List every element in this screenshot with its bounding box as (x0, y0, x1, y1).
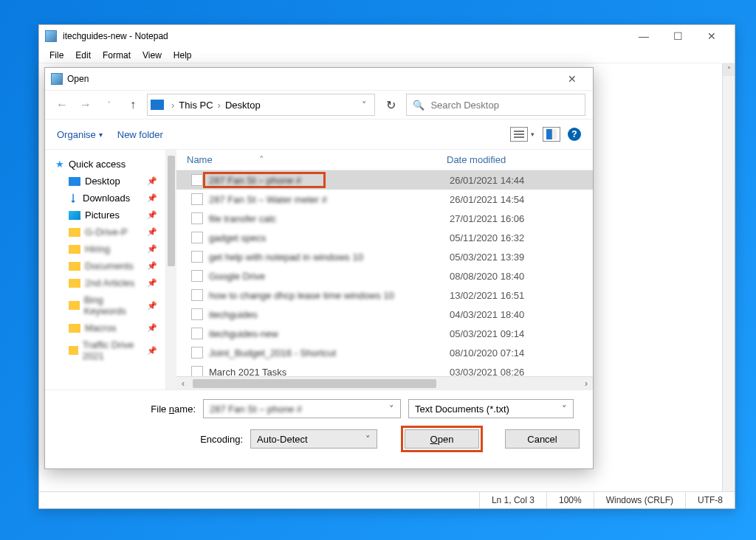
forward-button[interactable]: → (76, 95, 95, 114)
view-mode-button[interactable]: ▾ (510, 127, 528, 142)
pin-icon: 📌 (147, 278, 157, 288)
file-date: 13/02/2021 16:51 (450, 290, 524, 301)
file-row[interactable]: March 2021 Tasks03/03/2021 08:26 (176, 362, 593, 376)
chevron-right-icon: › (168, 100, 177, 111)
folder-icon (69, 346, 78, 355)
sidebar-scrollbar[interactable] (165, 150, 176, 390)
menu-file[interactable]: File (44, 49, 69, 62)
file-date: 26/01/2021 14:44 (450, 175, 524, 186)
file-row[interactable]: Google Drive08/08/2020 18:40 (176, 266, 593, 285)
file-row[interactable]: itechguides04/03/2021 18:40 (176, 305, 593, 324)
breadcrumb[interactable]: › This PC › Desktop ˅ (147, 94, 375, 116)
sidebar-item[interactable]: Bing Keywords📌 (52, 291, 173, 319)
file-icon (191, 289, 203, 301)
file-name: itechguides-new (209, 328, 450, 339)
sidebar-item[interactable]: Pictures📌 (52, 207, 173, 224)
minimize-button[interactable]: — (627, 25, 661, 47)
recent-dropdown-icon[interactable]: ˅ (100, 95, 119, 114)
file-row[interactable]: itechguides-new05/03/2021 09:14 (176, 324, 593, 343)
file-name: March 2021 Tasks (209, 367, 450, 377)
file-row[interactable]: file transfer calc27/01/2021 16:06 (176, 209, 593, 228)
file-list-header[interactable]: Name ˄ Date modified (176, 150, 593, 170)
scroll-left-icon[interactable]: ‹ (176, 378, 190, 389)
back-button[interactable]: ← (52, 95, 72, 114)
filename-label: File name: (55, 404, 196, 415)
app-icon (45, 30, 57, 42)
file-icon (191, 328, 203, 339)
menu-view[interactable]: View (137, 49, 168, 62)
titlebar: itechguides-new - Notepad — ☐ ✕ (39, 25, 735, 47)
menu-edit[interactable]: Edit (69, 49, 97, 62)
sidebar-item-label: G-Drive-P (85, 226, 128, 238)
sidebar-item[interactable]: 2nd Articles📌 (52, 274, 173, 291)
scroll-up-icon[interactable]: ˄ (723, 63, 735, 76)
encoding-select[interactable]: Auto-Detect˅ (250, 429, 377, 449)
chevron-down-icon[interactable]: ˅ (389, 404, 394, 415)
file-row[interactable]: 287 Fan St – Water meter #26/01/2021 14:… (176, 190, 593, 209)
file-row[interactable]: how to change dhcp lease time windows 10… (176, 285, 593, 305)
chevron-down-icon[interactable]: ˅ (562, 404, 567, 415)
dialog-close-button[interactable]: ✕ (557, 73, 587, 85)
up-button[interactable]: ↑ (123, 95, 142, 114)
organise-button[interactable]: Organise▾ (57, 129, 103, 140)
refresh-button[interactable]: ↻ (379, 94, 402, 116)
sidebar-item[interactable]: Macros📌 (52, 319, 173, 336)
dialog-title: Open (67, 74, 557, 84)
status-eol: Windows (CRLF) (594, 492, 685, 508)
sidebar-item-label: Documents (85, 260, 134, 271)
file-icon (191, 193, 203, 205)
sidebar-item[interactable]: Traffic Drive 2021📌 (52, 336, 173, 364)
sidebar-item[interactable]: Documents📌 (52, 257, 173, 274)
sidebar-item[interactable]: G-Drive-P📌 (52, 224, 173, 240)
sidebar-item[interactable]: Hiring📌 (52, 240, 173, 257)
breadcrumb-dropdown-icon[interactable]: ˅ (357, 100, 371, 111)
close-button[interactable]: ✕ (695, 25, 729, 47)
folder-icon (69, 177, 80, 186)
menu-help[interactable]: Help (168, 49, 198, 62)
maximize-button[interactable]: ☐ (661, 25, 695, 47)
new-folder-button[interactable]: New folder (117, 129, 163, 140)
chevron-down-icon[interactable]: ˅ (365, 434, 371, 445)
dialog-bottom: File name: 287 Fan St – phone #˅ Text Do… (45, 390, 593, 468)
scrollbar-thumb[interactable] (193, 379, 436, 388)
col-date: Date modified (447, 154, 593, 165)
pin-icon: 📌 (147, 301, 157, 311)
filetype-select[interactable]: Text Documents (*.txt)˅ (408, 399, 574, 418)
window-title: itechguides-new - Notepad (63, 31, 627, 41)
dialog-icon (51, 73, 63, 85)
search-input[interactable]: 🔍 Search Desktop (406, 94, 585, 116)
file-name: how to change dhcp lease time windows 10 (209, 290, 450, 301)
chevron-down-icon[interactable]: ▾ (531, 131, 535, 138)
sidebar-item[interactable]: Desktop📌 (52, 173, 173, 190)
file-date: 08/10/2020 07:14 (450, 347, 524, 359)
file-date: 27/01/2021 16:06 (450, 213, 524, 224)
sidebar-item-label: Downloads (83, 193, 130, 204)
file-date: 03/03/2021 08:26 (450, 367, 524, 377)
scroll-right-icon[interactable]: › (580, 378, 593, 389)
open-button[interactable]: Open (405, 429, 479, 449)
file-row[interactable]: get help with notepad in windows 1005/03… (176, 247, 593, 266)
search-icon: 🔍 (413, 100, 425, 111)
file-name: gadget specs (209, 232, 450, 243)
vertical-scrollbar[interactable]: ˄ (722, 63, 735, 491)
help-icon[interactable]: ? (568, 128, 581, 141)
pin-icon: 📌 (147, 227, 157, 237)
horizontal-scrollbar[interactable]: ‹ › (176, 376, 593, 390)
filename-input[interactable]: 287 Fan St – phone #˅ (203, 399, 401, 418)
cancel-button[interactable]: Cancel (505, 429, 580, 449)
breadcrumb-folder[interactable]: Desktop (225, 100, 261, 111)
file-list: Name ˄ Date modified 287 Fan St – phone … (176, 150, 593, 390)
folder-icon (69, 262, 80, 271)
preview-pane-button[interactable] (543, 127, 560, 142)
file-row[interactable]: Joint_Budget_2016 - Shortcut08/10/2020 0… (176, 343, 593, 362)
download-icon: ⭣ (69, 193, 78, 204)
file-icon (191, 174, 203, 186)
menu-format[interactable]: Format (97, 49, 137, 62)
file-list-body[interactable]: 287 Fan St – phone #26/01/2021 14:44287 … (176, 170, 593, 376)
file-name: get help with notepad in windows 10 (209, 252, 450, 263)
sidebar-item[interactable]: ⭣Downloads📌 (52, 190, 173, 207)
file-row[interactable]: 287 Fan St – phone #26/01/2021 14:44 (176, 170, 593, 190)
file-row[interactable]: gadget specs05/11/2020 16:32 (176, 228, 593, 247)
sidebar-quick-access[interactable]: ★ Quick access (52, 156, 173, 173)
breadcrumb-root[interactable]: This PC (179, 100, 213, 111)
